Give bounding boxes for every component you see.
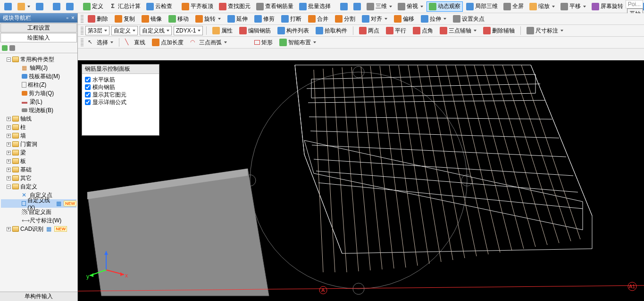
trim-button[interactable]: 修剪	[252, 14, 277, 24]
copy-button[interactable]: 复制	[112, 14, 137, 24]
tree-custom[interactable]: −自定义	[1, 182, 76, 191]
tree-beam2[interactable]: +梁	[1, 148, 76, 157]
item-combo[interactable]: ZDYX-1	[174, 26, 203, 35]
3d-button[interactable]: 三维	[364, 1, 394, 12]
split-button[interactable]: 分割	[333, 14, 358, 24]
close-icon[interactable]: ×	[71, 15, 75, 21]
screen-rotate-button[interactable]: 屏幕旋转	[589, 1, 631, 12]
expand-icon[interactable]: +	[7, 151, 11, 155]
tree-framecol[interactable]: 框柱(Z)	[1, 81, 76, 89]
tab-draw-input[interactable]: 绘图输入	[0, 33, 77, 42]
new-file-button[interactable]	[2, 1, 14, 12]
zoom-button[interactable]: 缩放	[527, 1, 557, 12]
collapse-icon[interactable]: −	[7, 57, 11, 62]
break-button[interactable]: 打断	[279, 14, 304, 24]
extend-button[interactable]: 延伸	[225, 14, 250, 24]
category-combo[interactable]: 自定义	[111, 26, 138, 35]
component-list-button[interactable]: 构件列表	[275, 25, 311, 36]
view-rebar-button[interactable]: 查看钢筋量	[254, 1, 296, 12]
rect-button[interactable]: 矩形	[252, 37, 275, 48]
sum-button[interactable]: Σ汇总计算	[107, 1, 143, 12]
expand-icon[interactable]: +	[7, 134, 11, 138]
chk-show-formula[interactable]: 显示详细公式	[85, 98, 156, 106]
cloud-check-button[interactable]: 云检查	[144, 1, 175, 12]
checkbox[interactable]	[85, 99, 91, 105]
stretch-button[interactable]: 拉伸	[418, 14, 449, 24]
grip-icon[interactable]	[81, 39, 84, 46]
tree-root[interactable]: −常用构件类型	[1, 55, 76, 64]
mirror-button[interactable]: 镜像	[139, 14, 164, 24]
tree-other[interactable]: +其它	[1, 174, 76, 182]
checkbox[interactable]	[85, 84, 91, 90]
tree-door[interactable]: +门窗洞	[1, 140, 76, 148]
checkbox[interactable]	[85, 77, 91, 82]
tab-single-component[interactable]: 单构件输入	[0, 292, 77, 301]
fullscreen-button[interactable]: 全屏	[501, 1, 526, 12]
tree-slab[interactable]: 现浇板(B)	[1, 106, 76, 114]
layer-combo[interactable]: 第3层	[85, 26, 109, 35]
local3d-button[interactable]: 局部三维	[464, 1, 500, 12]
expand-icon[interactable]: +	[7, 159, 11, 163]
smart-layout-button[interactable]: 智能布置	[277, 37, 318, 48]
offset-button[interactable]: 偏移	[392, 14, 417, 24]
tree-raft[interactable]: 筏板基础(M)	[1, 72, 76, 81]
expand-icon[interactable]: +	[7, 117, 11, 121]
two-point-button[interactable]: 两点	[357, 25, 382, 36]
subcategory-combo[interactable]: 自定义线	[140, 26, 172, 35]
tree-custom-dim[interactable]: ⟷尺寸标注(W)	[1, 216, 76, 225]
delete-button[interactable]: 删除	[85, 14, 110, 24]
forward-button[interactable]	[351, 1, 363, 12]
chk-transverse-rebar[interactable]: 横向钢筋	[85, 83, 156, 91]
delete-aux-button[interactable]: 删除辅轴	[481, 25, 517, 36]
tree-column[interactable]: +柱	[1, 123, 76, 131]
tree-cad[interactable]: +CAD识别▦NEW	[1, 225, 76, 233]
grip-icon[interactable]	[81, 27, 84, 34]
arc3-button[interactable]: ◠三点画弧	[188, 37, 229, 48]
expand-icon[interactable]	[2, 45, 8, 51]
grip-icon[interactable]	[81, 15, 84, 23]
expand-icon[interactable]: +	[7, 227, 11, 231]
chk-horizontal-rebar[interactable]: 水平纵筋	[85, 76, 156, 83]
line-button[interactable]: ╲直线	[123, 37, 148, 48]
expand-icon[interactable]: +	[7, 142, 11, 146]
pick-component-button[interactable]: 拾取构件	[313, 25, 350, 36]
dimension-button[interactable]: 尺寸标注	[524, 25, 566, 36]
3d-viewport[interactable]: A A1 x y 钢筋显示控制面板 水平纵筋 横向钢筋 显示其它图元 显示详细公…	[78, 60, 644, 301]
save-button[interactable]	[33, 1, 46, 12]
rotate-button[interactable]: 旋转	[193, 14, 223, 24]
merge-button[interactable]: 合并	[306, 14, 331, 24]
rebar-display-panel[interactable]: 钢筋显示控制面板 水平纵筋 横向钢筋 显示其它图元 显示详细公式	[82, 64, 159, 136]
point-angle-button[interactable]: 点角	[410, 25, 435, 36]
properties-button[interactable]: 属性	[210, 25, 235, 36]
checkbox[interactable]	[85, 92, 91, 98]
pin-icon[interactable]: ▫	[67, 15, 68, 21]
tree-custom-line[interactable]: 自定义线(X)▦NEW	[1, 199, 76, 208]
tree-plate[interactable]: +板	[1, 157, 76, 165]
collapse-icon[interactable]	[9, 45, 15, 51]
tree-grid[interactable]: ▦轴网(J)	[1, 64, 76, 72]
top-view-button[interactable]: 俯视	[395, 1, 426, 12]
tree-wall[interactable]: +墙	[1, 131, 76, 140]
batch-select-button[interactable]: 批量选择	[297, 1, 333, 12]
level-top-button[interactable]: 平齐板顶	[179, 1, 216, 12]
define-button[interactable]: 定义	[81, 1, 106, 12]
tree-axis[interactable]: +轴线	[1, 114, 76, 123]
collapse-icon[interactable]: −	[7, 185, 11, 189]
parallel-button[interactable]: 平行	[384, 25, 409, 36]
orbit-button[interactable]: 动态观察	[427, 1, 463, 12]
tree-custom-face[interactable]: 自定义面	[1, 208, 76, 216]
edit-rebar-button[interactable]: 编辑钢筋	[237, 25, 273, 36]
open-button[interactable]	[15, 1, 33, 12]
setpoint-button[interactable]: 设置夹点	[451, 14, 487, 24]
back-button[interactable]	[338, 1, 350, 12]
expand-icon[interactable]: +	[7, 176, 11, 180]
expand-icon[interactable]: +	[7, 125, 11, 130]
redo-button[interactable]	[64, 1, 76, 12]
undo-button[interactable]	[50, 1, 63, 12]
tree-beam[interactable]: ▬梁(L)	[1, 98, 76, 106]
chk-show-other[interactable]: 显示其它图元	[85, 91, 156, 98]
tree-foundation[interactable]: +基础	[1, 165, 76, 174]
point-length-button[interactable]: 点加长度	[150, 37, 186, 48]
move-button[interactable]: 移动	[166, 14, 191, 24]
tab-project-settings[interactable]: 工程设置	[0, 23, 77, 33]
